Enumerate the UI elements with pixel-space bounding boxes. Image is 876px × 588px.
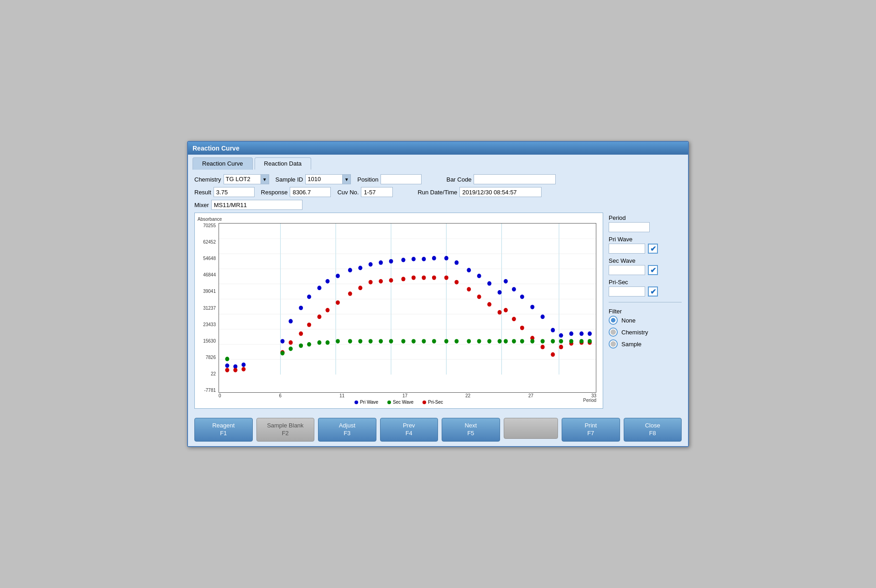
svg-point-51 [233,368,237,373]
filter-sample-radio[interactable] [609,339,618,349]
svg-point-33 [432,256,436,260]
pri-sec-row: ✔ [609,286,682,297]
cuv-no-label: Cuv No. [337,189,359,196]
period-input[interactable] [609,222,650,232]
svg-point-112 [541,339,545,343]
svg-point-65 [402,277,406,281]
form-row-2: Result Response Cuv No. Run Date/Time [194,187,682,197]
run-datetime-input[interactable] [459,187,542,197]
svg-point-29 [389,259,393,264]
svg-point-99 [412,339,416,343]
mixer-group: Mixer [194,200,302,210]
filter-chemistry-option[interactable]: Chemistry [609,328,682,337]
pri-wave-legend-label: Pri Wave [360,400,378,405]
svg-point-41 [512,287,516,291]
sec-wave-dot [387,401,391,404]
pri-wave-input[interactable] [609,244,645,254]
svg-point-17 [241,363,245,367]
print-button[interactable]: PrintF7 [562,418,620,442]
absorbance-label: Absorbance [198,217,222,222]
svg-point-69 [444,276,448,280]
svg-point-26 [358,266,362,271]
position-label: Position [357,176,378,183]
svg-point-18 [281,339,285,343]
pri-sec-legend-label: Pri-Sec [428,400,443,405]
pri-wave-dot [355,401,358,404]
svg-point-47 [569,332,574,336]
svg-point-37 [477,274,481,278]
position-input[interactable] [381,174,422,184]
filter-none-label: None [621,317,636,324]
content-area: Chemistry TG LOT2 ▼ Sample ID 1010 ▼ Pos… [188,170,688,413]
response-input[interactable] [290,187,331,197]
cuv-no-group: Cuv No. [337,187,393,197]
filter-section: Filter None Chemistry [609,308,682,349]
chemistry-select-wrapper[interactable]: TG LOT2 ▼ [224,174,269,184]
filter-none-option[interactable]: None [609,316,682,325]
svg-point-95 [369,339,373,343]
svg-point-46 [559,333,563,338]
adjust-button[interactable]: AdjustF3 [318,418,376,442]
sample-id-select-wrapper[interactable]: 1010 ▼ [305,174,351,184]
period-panel-label: Period [609,214,682,221]
svg-point-107 [498,339,502,343]
title-bar: Reaction Curve [188,142,688,155]
filter-none-radio[interactable] [609,316,618,325]
svg-point-62 [369,280,373,285]
svg-point-34 [444,256,448,260]
sec-wave-input[interactable] [609,265,645,275]
result-input[interactable] [214,187,255,197]
cuv-no-input[interactable] [361,187,393,197]
sec-wave-panel-label: Sec Wave [609,257,682,264]
legend-pri-sec: Pri-Sec [422,400,443,405]
svg-point-72 [477,295,481,299]
svg-point-28 [379,260,383,265]
mixer-input[interactable] [211,200,302,210]
close-button[interactable]: CloseF8 [624,418,682,442]
next-button[interactable]: NextF5 [442,418,500,442]
sec-wave-checkbox[interactable]: ✔ [648,265,658,275]
chart-svg [219,224,596,392]
barcode-input[interactable] [474,174,556,184]
svg-point-106 [487,339,491,343]
svg-point-73 [487,302,491,307]
svg-point-39 [498,290,502,295]
prev-button[interactable]: PrevF4 [380,418,438,442]
pri-wave-checkbox[interactable]: ✔ [648,244,658,254]
svg-point-90 [317,340,321,345]
svg-point-57 [317,315,321,319]
tab-reaction-data[interactable]: Reaction Data [255,157,311,170]
svg-point-42 [520,295,524,299]
svg-point-66 [412,276,416,280]
chemistry-dropdown-arrow[interactable]: ▼ [261,175,269,184]
chart-inner [219,223,596,393]
svg-point-45 [551,328,555,333]
svg-point-20 [299,306,303,310]
svg-point-55 [299,332,303,336]
run-datetime-group: Run Date/Time [417,187,542,197]
svg-point-111 [530,339,534,343]
filter-sample-option[interactable]: Sample [609,339,682,349]
svg-point-102 [444,339,448,343]
svg-point-67 [422,276,426,280]
result-group: Result [194,187,255,197]
sample-id-dropdown-arrow[interactable]: ▼ [342,175,350,184]
svg-point-49 [588,332,592,336]
svg-point-103 [454,339,459,343]
svg-point-64 [389,278,393,283]
svg-point-77 [520,326,524,330]
tab-reaction-curve[interactable]: Reaction Curve [193,157,253,170]
svg-point-59 [336,301,340,305]
svg-point-40 [504,279,508,284]
sample-blank-button[interactable]: Sample BlankF2 [256,418,315,442]
svg-point-88 [299,343,303,348]
filter-chemistry-radio[interactable] [609,328,618,337]
reagent-button[interactable]: ReagentF1 [194,418,253,442]
pri-sec-input[interactable] [609,286,645,297]
mixer-label: Mixer [194,202,209,208]
pri-sec-checkbox[interactable]: ✔ [648,286,658,297]
svg-point-61 [358,286,362,290]
svg-point-70 [454,280,459,285]
svg-point-36 [467,268,471,272]
pri-sec-checkmark: ✔ [650,287,656,296]
